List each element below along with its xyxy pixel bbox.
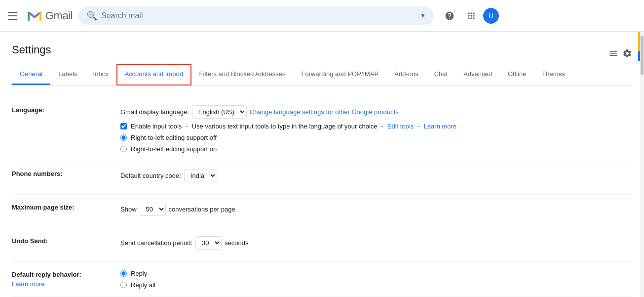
search-bar: 🔍 ▼ xyxy=(78,6,434,25)
tab-advanced[interactable]: Advanced xyxy=(455,64,500,85)
undo-setting-row: Undo Send: Send cancellation period: 30 … xyxy=(12,228,632,262)
search-dropdown-icon[interactable]: ▼ xyxy=(420,12,426,19)
settings-content: Language: Gmail display language: Englis… xyxy=(12,85,632,297)
reply-radio-row: Reply xyxy=(120,270,632,277)
input-tools-dash: - xyxy=(186,123,188,130)
gmail-logo[interactable]: Gmail xyxy=(26,7,73,25)
dash3: - xyxy=(417,123,419,130)
tab-inbox[interactable]: Inbox xyxy=(85,64,117,85)
gmail-text: Gmail xyxy=(45,9,73,22)
scrollbar[interactable] xyxy=(640,32,644,297)
phone-setting-row: Phone numbers: Default country code: Ind… xyxy=(12,161,632,195)
scroll-thumb xyxy=(641,36,644,75)
rtl-off-row: Right-to-left editing support off xyxy=(120,134,632,141)
gmail-m-icon xyxy=(26,7,43,25)
reply-option1-label: Reply xyxy=(131,270,147,277)
help-button[interactable] xyxy=(440,6,459,26)
phone-select-row: Default country code: India xyxy=(120,169,632,182)
rtl-off-radio[interactable] xyxy=(120,134,127,141)
reply-label: Default reply behavior: Learn more xyxy=(12,270,120,288)
display-language-label: Gmail display language: xyxy=(120,108,189,116)
settings-icon[interactable] xyxy=(622,48,632,60)
country-code-label: Default country code: xyxy=(120,172,181,179)
change-language-link[interactable]: Change language settings for other Googl… xyxy=(250,108,399,116)
country-code-select[interactable]: India xyxy=(184,169,217,182)
reply-setting-row: Default reply behavior: Learn more Reply… xyxy=(12,262,632,297)
rtl-on-row: Right-to-left editing support on xyxy=(120,145,632,153)
apps-button[interactable] xyxy=(461,6,481,26)
tab-labels[interactable]: Labels xyxy=(50,64,85,85)
reply-learn-more-link[interactable]: Learn more xyxy=(12,280,120,288)
pagesize-row: Show 50 conversations per page xyxy=(120,203,632,216)
edit-tools-link[interactable]: Edit tools xyxy=(387,123,414,130)
pagesize-select[interactable]: 50 xyxy=(140,203,166,216)
undo-row: Send cancellation period: 30 seconds xyxy=(120,236,632,250)
reply-radio-group: Reply Reply all xyxy=(120,270,632,289)
pagesize-label: Maximum page size: xyxy=(12,203,120,211)
header-right: U xyxy=(440,6,499,26)
language-select-row: Gmail display language: English (US) Cha… xyxy=(120,105,632,119)
header-left: Gmail xyxy=(8,7,73,25)
cancellation-label: Send cancellation period: xyxy=(120,239,192,247)
pagesize-setting-row: Maximum page size: Show 50 conversations… xyxy=(12,195,632,228)
seconds-label: seconds xyxy=(225,239,248,247)
input-tools-dash2: - xyxy=(381,123,383,130)
phone-content: Default country code: India xyxy=(120,169,632,186)
tab-general[interactable]: General xyxy=(12,64,50,85)
tab-accounts[interactable]: Accounts and Import xyxy=(116,64,191,85)
settings-container: Settings General Labels Inbox Accounts a… xyxy=(0,32,644,297)
rtl-off-label: Right-to-left editing support off xyxy=(131,134,217,141)
phone-label: Phone numbers: xyxy=(12,169,120,177)
tab-filters[interactable]: Filters and Blocked Addresses xyxy=(191,64,294,85)
tab-addons[interactable]: Add-ons xyxy=(386,64,426,85)
settings-tabs: General Labels Inbox Accounts and Import… xyxy=(12,64,632,85)
language-content: Gmail display language: English (US) Cha… xyxy=(120,105,632,153)
input-tools-desc: Use various text input tools to type in … xyxy=(192,123,378,130)
input-tools-checkbox-row: Enable input tools - Use various text in… xyxy=(120,123,632,130)
rtl-on-radio[interactable] xyxy=(120,146,127,152)
pagesize-content: Show 50 conversations per page xyxy=(120,203,632,220)
cancellation-select[interactable]: 30 xyxy=(195,236,222,250)
language-setting-row: Language: Gmail display language: Englis… xyxy=(12,97,632,161)
language-select[interactable]: English (US) xyxy=(192,105,247,119)
yellow-accent xyxy=(638,32,640,51)
input-tools-label: Enable input tools xyxy=(131,123,182,130)
rtl-radio-group: Right-to-left editing support off Right-… xyxy=(120,134,632,153)
settings-title: Settings xyxy=(12,43,51,56)
replyall-radio[interactable] xyxy=(120,282,127,288)
tab-forwarding[interactable]: Forwarding and POP/IMAP xyxy=(293,64,386,85)
language-label: Language: xyxy=(12,105,120,114)
header: Gmail 🔍 ▼ U xyxy=(0,0,644,32)
avatar[interactable]: U xyxy=(483,8,499,24)
show-label: Show xyxy=(120,206,137,213)
tab-themes[interactable]: Themes xyxy=(534,64,573,85)
tab-chat[interactable]: Chat xyxy=(426,64,455,85)
reply-content: Reply Reply all xyxy=(120,270,632,289)
undo-content: Send cancellation period: 30 seconds xyxy=(120,236,632,254)
reply-option2-label: Reply all xyxy=(131,281,155,289)
search-icon: 🔍 xyxy=(86,10,97,21)
density-icon[interactable] xyxy=(608,48,618,60)
tab-offline[interactable]: Offline xyxy=(500,64,534,85)
conversations-label: conversations per page xyxy=(169,206,235,213)
search-input[interactable] xyxy=(101,11,416,20)
replyall-radio-row: Reply all xyxy=(120,281,632,289)
input-tools-checkbox[interactable] xyxy=(120,123,127,129)
menu-icon[interactable] xyxy=(8,10,20,22)
undo-label: Undo Send: xyxy=(12,236,120,245)
language-learn-more-link[interactable]: Learn more xyxy=(424,123,456,130)
reply-radio[interactable] xyxy=(120,270,127,277)
rtl-on-label: Right-to-left editing support on xyxy=(131,145,217,153)
blue-accent xyxy=(638,51,640,61)
